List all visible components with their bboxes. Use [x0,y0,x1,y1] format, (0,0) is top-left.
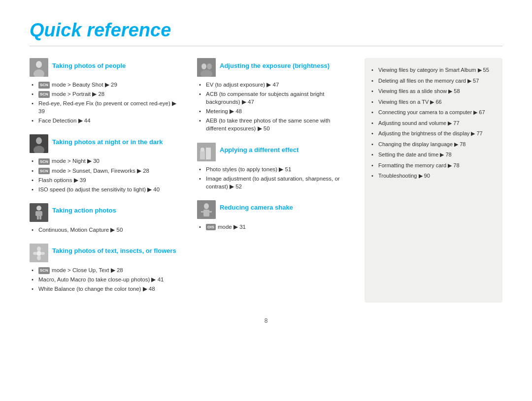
list-item: AEB (to take three photos of the same sc… [199,117,350,132]
section-exposure-header: Adjusting the exposure (brightness) [197,58,350,77]
section-people: Taking photos of people SCN mode > Beaut… [30,58,182,124]
svg-rect-8 [35,211,42,216]
section-flowers-list: SCN mode > Close Up, Text ▶ 28 Macro, Au… [30,266,182,293]
svg-point-4 [36,137,42,144]
list-item: SCN mode > Sunset, Dawn, Fireworks ▶ 28 [32,167,182,175]
list-item: Macro, Auto Macro (to take close-up phot… [32,276,182,283]
svg-rect-28 [201,211,203,213]
list-item: Viewing files as a slide show ▶ 58 [371,87,496,95]
svg-rect-27 [203,210,209,216]
mid-column: Adjusting the exposure (brightness) EV (… [197,58,350,303]
section-night-list: SCN mode > Night ▶ 30 SCN mode > Sunset,… [30,157,182,193]
svg-point-16 [41,252,45,255]
list-item: Photo styles (to apply tones) ▶ 51 [199,165,350,173]
title-divider [30,46,502,46]
section-effect-title: Applying a different effect [220,146,299,154]
svg-point-19 [207,63,212,69]
svg-point-15 [33,252,37,255]
section-effect-header: Applying a different effect [197,143,350,161]
list-item: Image adjustment (to adjust saturation, … [199,175,350,190]
svg-rect-9 [37,216,39,219]
list-item: SCN mode > Night ▶ 30 [32,157,182,165]
section-effect: Applying a different effect Photo styles… [197,143,350,190]
left-column: Taking photos of people SCN mode > Beaut… [30,58,182,303]
thumb-people [30,58,48,77]
list-item: Connecting your camera to a computer ▶ 6… [371,108,496,117]
svg-rect-29 [209,211,212,213]
list-item: Metering ▶ 48 [199,107,350,115]
list-item: Continuous, Motion Capture ▶ 50 [32,226,182,234]
thumb-night [30,134,48,153]
section-reduce: Reducing camera shake OIS mode ▶ 31 [197,200,350,231]
list-item: ISO speed (to adjust the sensitivity to … [32,185,182,193]
section-effect-list: Photo styles (to apply tones) ▶ 51 Image… [197,165,350,190]
section-action-title: Taking action photos [52,207,116,214]
list-item: Adjusting sound and volume ▶ 77 [371,119,496,127]
svg-point-13 [37,247,41,251]
section-exposure: Adjusting the exposure (brightness) EV (… [197,58,350,133]
section-action-header: Taking action photos [30,203,182,222]
list-item: ACB (to compensate for subjects against … [199,90,350,106]
list-item: SCN mode > Close Up, Text ▶ 28 [32,266,182,274]
thumb-exposure [197,58,216,77]
list-item: EV (to adjust exposure) ▶ 47 [199,81,350,89]
svg-point-1 [36,61,42,68]
list-item: SCN mode > Beauty Shot ▶ 29 [32,81,182,89]
section-exposure-list: EV (to adjust exposure) ▶ 47 ACB (to com… [197,81,350,133]
section-exposure-title: Adjusting the exposure (brightness) [220,62,330,69]
section-night-title: Taking photos at night or in the dark [52,138,163,146]
thumb-effect [197,143,216,161]
list-item: Viewing files on a TV ▶ 66 [371,98,496,106]
thumb-reduce [197,200,216,219]
svg-point-12 [36,251,41,256]
section-night-header: Taking photos at night or in the dark [30,134,182,153]
svg-rect-22 [200,151,205,159]
list-item: OIS mode ▶ 31 [199,223,350,231]
section-flowers-title: Taking photos of text, insects, or flowe… [52,247,176,254]
section-reduce-title: Reducing camera shake [220,204,293,211]
svg-rect-10 [39,216,41,219]
svg-point-24 [200,148,204,152]
section-flowers-header: Taking photos of text, insects, or flowe… [30,244,182,262]
section-flowers: Taking photos of text, insects, or flowe… [30,244,182,293]
svg-point-26 [204,203,209,209]
list-item: Setting the date and time ▶ 78 [371,151,496,159]
right-panel-list: Viewing files by category in Smart Album… [371,66,496,180]
section-people-title: Taking photos of people [52,62,126,69]
svg-rect-23 [206,148,211,159]
svg-point-14 [37,255,41,260]
list-item: Formatting the memory card ▶ 78 [371,161,496,170]
list-item: Troubleshooting ▶ 90 [371,172,496,180]
list-item: Adjusting the brightness of the display … [371,129,496,138]
section-reduce-list: OIS mode ▶ 31 [197,223,350,231]
section-night: Taking photos at night or in the dark SC… [30,134,182,193]
list-item: Red-eye, Red-eye Fix (to prevent or corr… [32,99,182,115]
main-grid: Taking photos of people SCN mode > Beaut… [30,58,502,303]
list-item: Deleting all files on the memory card ▶ … [371,77,496,85]
section-people-list: SCN mode > Beauty Shot ▶ 29 SCN mode > P… [30,81,182,124]
thumb-flowers [30,244,48,262]
list-item: Flash options ▶ 39 [32,176,182,184]
section-people-header: Taking photos of people [30,58,182,77]
list-item: White Balance (to change the color tone)… [32,285,182,293]
thumb-action [30,203,48,222]
section-action: Taking action photos Continuous, Motion … [30,203,182,234]
page-number: 8 [30,317,502,324]
section-reduce-header: Reducing camera shake [197,200,350,219]
right-panel: Viewing files by category in Smart Album… [365,58,502,303]
list-item: SCN mode > Portrait ▶ 28 [32,90,182,98]
list-item: Face Detection ▶ 44 [32,117,182,124]
section-action-list: Continuous, Motion Capture ▶ 50 [30,226,182,234]
list-item: Viewing files by category in Smart Album… [371,66,496,74]
page-title: Quick reference [30,20,502,41]
list-item: Changing the display language ▶ 78 [371,140,496,149]
svg-point-7 [36,206,41,211]
svg-point-18 [201,63,206,69]
